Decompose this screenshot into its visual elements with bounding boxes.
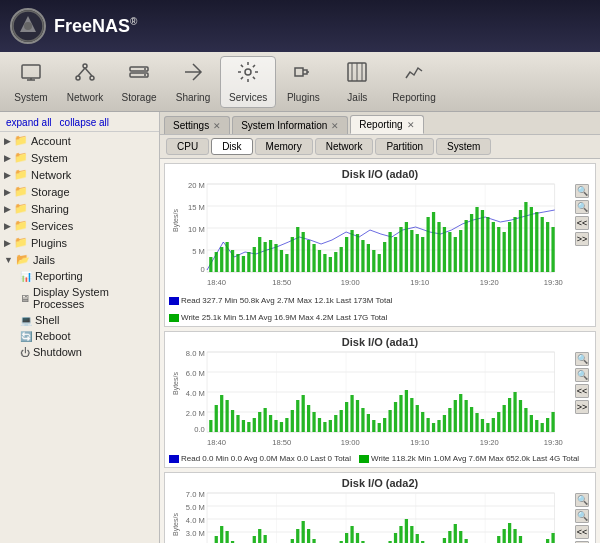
write-color-swatch-1 [359,455,369,463]
sidebar-item-display-system[interactable]: 🖥 Display System Processes [0,284,159,312]
svg-rect-161 [410,398,413,432]
svg-rect-165 [432,423,435,432]
sidebar-item-jails[interactable]: ▼ 📂 Jails [0,251,159,268]
svg-rect-64 [350,230,353,272]
sidebar-item-reboot[interactable]: 🔄 Reboot [0,328,159,344]
prev-button-2[interactable]: << [575,525,589,539]
next-button-1[interactable]: >> [575,400,589,414]
expand-all-link[interactable]: expand all [6,117,52,128]
chart-ada1-main: 8.0 M 6.0 M 4.0 M 2.0 M 0.0 Bytes/s [169,350,571,452]
svg-rect-88 [481,210,484,272]
toolbar-reporting-label: Reporting [392,92,435,103]
svg-rect-125 [215,405,218,432]
tab-reporting-close[interactable]: ✕ [407,120,415,130]
chart-ada2-svg: 7.0 M 5.0 M 4.0 M 3.0 M 2.0 M 1.0 M 0 By… [169,491,571,543]
svg-rect-269 [508,523,511,543]
svg-rect-216 [220,526,223,543]
svg-rect-46 [253,247,256,272]
next-button[interactable]: >> [575,232,589,246]
sub-tab-memory[interactable]: Memory [255,138,313,155]
toolbar-services[interactable]: Services [220,56,276,108]
svg-rect-96 [524,202,527,272]
svg-rect-43 [236,254,239,272]
tab-settings[interactable]: Settings ✕ [164,116,230,134]
zoom-in-button-2[interactable]: 🔍 [575,493,589,507]
zoom-out-button-1[interactable]: 🔍 [575,368,589,382]
zoom-out-button[interactable]: 🔍 [575,200,589,214]
storage-icon [127,60,151,90]
sidebar-item-services[interactable]: ▶ 📁 Services [0,217,159,234]
tab-settings-close[interactable]: ✕ [213,121,221,131]
svg-text:0: 0 [201,265,205,274]
toolbar-network[interactable]: Network [58,56,112,108]
svg-rect-260 [459,531,462,543]
svg-rect-149 [345,402,348,432]
chart-ada2-controls: 🔍 🔍 << >> [573,491,591,543]
sub-tab-disk[interactable]: Disk [211,138,252,155]
svg-rect-3 [22,65,40,78]
sidebar-item-shell[interactable]: 💻 Shell [0,312,159,328]
svg-rect-146 [329,420,332,432]
sidebar-label-sharing: Sharing [31,203,69,215]
sidebar-label-network: Network [31,169,71,181]
folder-open-icon: 📂 [16,253,30,266]
toolbar-sharing[interactable]: Sharing [166,56,220,108]
sub-tab-system[interactable]: System [436,138,491,155]
tab-settings-label: Settings [173,120,209,131]
toolbar-jails[interactable]: Jails [330,56,384,108]
svg-rect-76 [416,234,419,272]
chevron-right-icon: ▶ [4,170,11,180]
sub-tab-cpu[interactable]: CPU [166,138,209,155]
tab-system-info[interactable]: System Information ✕ [232,116,348,134]
toolbar-reporting[interactable]: Reporting [384,56,443,108]
sidebar-item-system[interactable]: ▶ 📁 System [0,149,159,166]
zoom-out-button-2[interactable]: 🔍 [575,509,589,523]
svg-rect-148 [340,410,343,432]
svg-rect-51 [280,250,283,272]
svg-rect-166 [437,420,440,432]
prev-button-1[interactable]: << [575,384,589,398]
tab-reporting-label: Reporting [359,119,402,130]
zoom-in-button-1[interactable]: 🔍 [575,352,589,366]
svg-text:19:00: 19:00 [341,278,360,287]
sidebar-label-system: System [31,152,68,164]
zoom-in-button[interactable]: 🔍 [575,184,589,198]
reboot-icon: 🔄 [20,331,32,342]
sidebar-item-plugins[interactable]: ▶ 📁 Plugins [0,234,159,251]
plugins-icon [291,60,315,90]
toolbar-system[interactable]: System [4,56,58,108]
tab-reporting[interactable]: Reporting ✕ [350,115,423,134]
sidebar-item-storage[interactable]: ▶ 📁 Storage [0,183,159,200]
sub-tab-network[interactable]: Network [315,138,374,155]
sub-tab-partition-label: Partition [386,141,423,152]
sidebar-item-account[interactable]: ▶ 📁 Account [0,132,159,149]
svg-text:8.0 M: 8.0 M [186,350,205,358]
svg-rect-63 [345,237,348,272]
legend-write: Write 25.1k Min 5.1M Avg 16.9M Max 4.2M … [169,313,387,322]
collapse-all-link[interactable]: collapse all [60,117,109,128]
sidebar-item-shutdown[interactable]: ⏻ Shutdown [0,344,159,360]
toolbar-plugins[interactable]: Plugins [276,56,330,108]
svg-text:0.0: 0.0 [194,425,205,434]
svg-rect-138 [285,418,288,432]
svg-rect-239 [345,533,348,543]
svg-rect-270 [513,529,516,543]
toolbar-storage-label: Storage [121,92,156,103]
sidebar-label-display: Display System Processes [33,286,155,310]
svg-text:6.0 M: 6.0 M [186,369,205,378]
svg-rect-48 [264,242,267,272]
prev-button[interactable]: << [575,216,589,230]
svg-point-7 [76,76,80,80]
svg-rect-61 [334,252,337,272]
tab-sysinfo-close[interactable]: ✕ [331,121,339,131]
svg-rect-222 [253,536,256,543]
svg-line-10 [85,68,92,76]
chevron-right-icon: ▶ [4,187,11,197]
svg-text:19:30: 19:30 [544,438,563,447]
sidebar-item-sharing[interactable]: ▶ 📁 Sharing [0,200,159,217]
sidebar-item-network[interactable]: ▶ 📁 Network [0,166,159,183]
toolbar-storage[interactable]: Storage [112,56,166,108]
sub-tab-partition[interactable]: Partition [375,138,434,155]
app-header: FreeNAS® [0,0,600,52]
sidebar-item-reporting[interactable]: 📊 Reporting [0,268,159,284]
